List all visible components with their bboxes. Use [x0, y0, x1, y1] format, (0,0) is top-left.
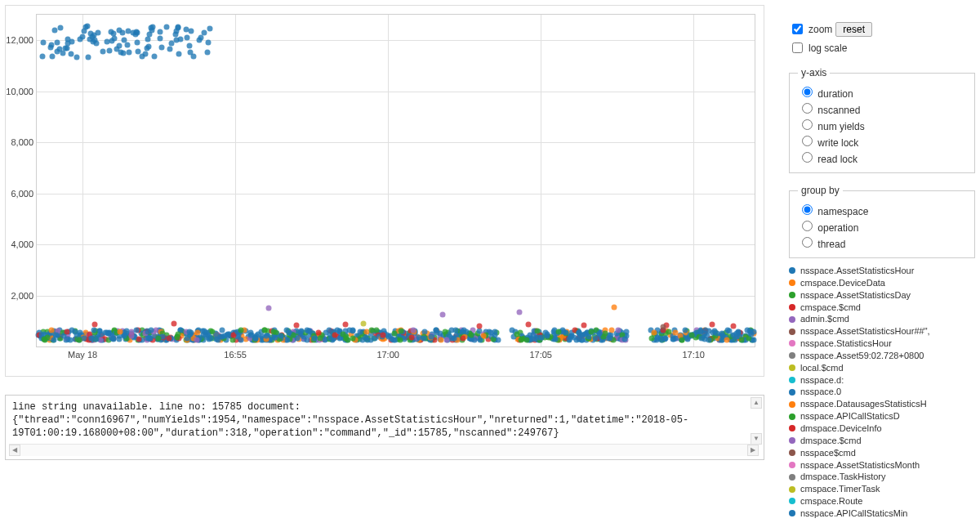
scatter-point[interactable]: [152, 54, 158, 60]
scatter-point[interactable]: [298, 329, 304, 334]
scatter-plot[interactable]: 2,0004,0006,0008,00010,00012,000May 1816…: [36, 14, 755, 347]
scatter-point[interactable]: [135, 39, 140, 45]
scatter-point[interactable]: [189, 28, 194, 34]
scatter-point[interactable]: [556, 329, 562, 334]
scatter-point[interactable]: [146, 335, 152, 341]
scatter-point[interactable]: [118, 329, 123, 334]
scatter-point[interactable]: [304, 327, 310, 333]
scatter-point[interactable]: [213, 332, 219, 338]
scatter-point[interactable]: [746, 329, 752, 334]
scatter-point[interactable]: [535, 328, 541, 333]
scatter-point[interactable]: [65, 46, 70, 51]
scatter-point[interactable]: [112, 35, 118, 41]
scatter-point[interactable]: [385, 333, 391, 339]
groupby-radio[interactable]: [802, 204, 813, 215]
scatter-point[interactable]: [77, 337, 82, 342]
scatter-point[interactable]: [724, 338, 729, 343]
scatter-point[interactable]: [390, 337, 396, 342]
scatter-point[interactable]: [56, 47, 62, 52]
legend-item[interactable]: cmspace.$cmd: [789, 302, 975, 314]
scatter-point[interactable]: [711, 329, 717, 334]
scatter-point[interactable]: [207, 25, 212, 31]
scatter-point[interactable]: [51, 28, 57, 34]
yaxis-option-write-lock[interactable]: write lock: [798, 133, 966, 149]
scatter-point[interactable]: [49, 53, 55, 59]
groupby-option-thread[interactable]: thread: [798, 235, 966, 250]
legend-item[interactable]: admin.$cmd: [789, 313, 975, 325]
scatter-point[interactable]: [398, 329, 403, 334]
scatter-point[interactable]: [173, 28, 179, 34]
scatter-point[interactable]: [109, 29, 114, 35]
scatter-point[interactable]: [238, 328, 243, 333]
scatter-point[interactable]: [477, 338, 483, 343]
scatter-point[interactable]: [477, 324, 483, 329]
scatter-point[interactable]: [318, 335, 323, 341]
scatter-point[interactable]: [252, 336, 258, 342]
scatter-point[interactable]: [77, 36, 82, 42]
scatter-point[interactable]: [136, 49, 141, 55]
groupby-option-namespace[interactable]: namespace: [798, 202, 966, 217]
scatter-point[interactable]: [440, 311, 446, 317]
scatter-point[interactable]: [596, 331, 602, 337]
groupby-radio[interactable]: [802, 221, 813, 231]
yaxis-radio[interactable]: [802, 152, 813, 163]
scatter-point[interactable]: [311, 335, 317, 341]
logscale-checkbox[interactable]: [792, 42, 803, 53]
scatter-point[interactable]: [145, 44, 151, 50]
scatter-point[interactable]: [363, 335, 368, 341]
scatter-point[interactable]: [48, 42, 54, 48]
scatter-point[interactable]: [622, 336, 628, 342]
scatter-point[interactable]: [146, 31, 152, 37]
legend-item[interactable]: nsspace.APICallStaticsD: [789, 410, 975, 422]
scatter-point[interactable]: [262, 328, 268, 333]
scatter-point[interactable]: [205, 40, 211, 46]
scatter-point[interactable]: [143, 51, 149, 57]
scatter-point[interactable]: [582, 331, 588, 337]
scatter-point[interactable]: [545, 333, 550, 338]
scatter-point[interactable]: [452, 336, 457, 342]
scatter-point[interactable]: [163, 24, 169, 29]
scatter-point[interactable]: [581, 322, 586, 328]
scatter-point[interactable]: [724, 328, 730, 333]
zoom-checkbox[interactable]: [792, 24, 803, 34]
scatter-point[interactable]: [442, 329, 448, 335]
scatter-point[interactable]: [655, 335, 661, 341]
scatter-point[interactable]: [65, 36, 70, 42]
scatter-point[interactable]: [409, 334, 415, 340]
legend-item[interactable]: dmspace.DeviceInfo: [789, 422, 975, 435]
scatter-point[interactable]: [91, 327, 97, 333]
scatter-point[interactable]: [660, 324, 666, 329]
scatter-point[interactable]: [119, 30, 125, 36]
groupby-option-operation[interactable]: operation: [798, 218, 966, 234]
scatter-point[interactable]: [145, 329, 150, 335]
scatter-point[interactable]: [702, 327, 708, 333]
legend-item[interactable]: nsspace.DatausagesStatisticsH: [789, 398, 975, 410]
scatter-point[interactable]: [672, 330, 678, 336]
yaxis-option-num-yields[interactable]: num yields: [798, 117, 966, 132]
scroll-down-icon[interactable]: ▼: [751, 433, 762, 445]
scatter-point[interactable]: [158, 45, 164, 51]
scatter-point[interactable]: [135, 30, 140, 36]
scatter-point[interactable]: [124, 42, 130, 48]
scatter-point[interactable]: [679, 338, 684, 343]
yaxis-radio[interactable]: [802, 119, 813, 130]
scatter-point[interactable]: [453, 327, 459, 333]
scatter-point[interactable]: [54, 39, 60, 45]
scatter-point[interactable]: [175, 334, 180, 340]
scatter-point[interactable]: [444, 338, 450, 343]
scatter-point[interactable]: [54, 332, 60, 338]
scatter-point[interactable]: [323, 338, 328, 343]
scatter-point[interactable]: [225, 332, 231, 338]
scatter-point[interactable]: [248, 329, 254, 335]
scatter-point[interactable]: [166, 335, 172, 341]
scatter-point[interactable]: [126, 50, 131, 56]
scatter-point[interactable]: [670, 336, 676, 342]
scatter-point[interactable]: [100, 48, 105, 54]
scatter-point[interactable]: [167, 46, 173, 51]
scatter-point[interactable]: [273, 335, 278, 341]
scatter-point[interactable]: [285, 338, 291, 343]
scatter-point[interactable]: [469, 332, 474, 338]
legend-item[interactable]: cmspace.TimerTask: [789, 483, 975, 495]
scatter-point[interactable]: [263, 333, 269, 339]
scatter-point[interactable]: [688, 332, 694, 338]
